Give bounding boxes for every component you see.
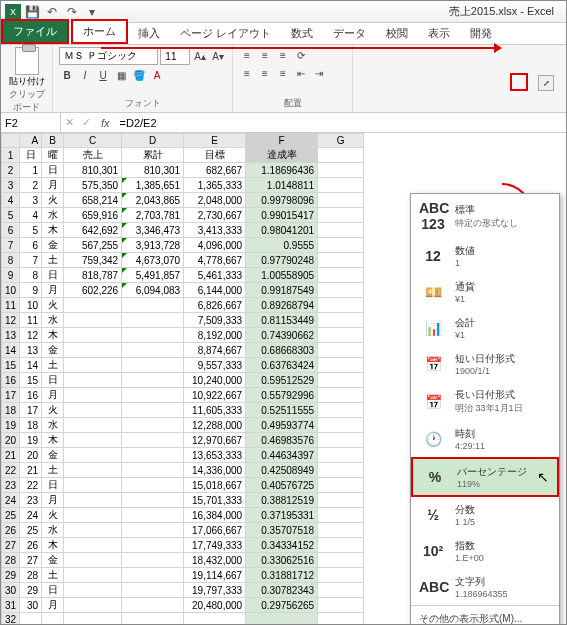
- format-option-通貨[interactable]: 💴 通貨 ¥1: [411, 274, 559, 310]
- table-row[interactable]: 2 1 日 810,301 810,301 682,667 1.18696436: [2, 163, 364, 178]
- col-header-E[interactable]: E: [184, 134, 246, 148]
- col-header-C[interactable]: C: [64, 134, 122, 148]
- tab-view[interactable]: 表示: [418, 23, 460, 44]
- tab-insert[interactable]: 挿入: [128, 23, 170, 44]
- row-header[interactable]: 25: [2, 508, 20, 523]
- border-icon[interactable]: ▦: [113, 67, 129, 83]
- decrease-font-icon[interactable]: A▾: [210, 48, 226, 64]
- row-header[interactable]: 12: [2, 313, 20, 328]
- row-header[interactable]: 22: [2, 463, 20, 478]
- row-header[interactable]: 14: [2, 343, 20, 358]
- row-header[interactable]: 5: [2, 208, 20, 223]
- table-row[interactable]: 26 25 水 17,066,667 0.35707518: [2, 523, 364, 538]
- row-header[interactable]: 1: [2, 148, 20, 163]
- ribbon-expand-button[interactable]: ⤢: [538, 75, 554, 91]
- row-header[interactable]: 9: [2, 268, 20, 283]
- row-header[interactable]: 27: [2, 538, 20, 553]
- bold-icon[interactable]: B: [59, 67, 75, 83]
- align-bottom-icon[interactable]: ≡: [275, 47, 291, 63]
- row-header[interactable]: 17: [2, 388, 20, 403]
- format-option-会計[interactable]: 📊 会計 ¥1: [411, 310, 559, 346]
- row-header[interactable]: 29: [2, 568, 20, 583]
- row-header[interactable]: 10: [2, 283, 20, 298]
- format-option-文字列[interactable]: ABC 文字列 1.186964355: [411, 569, 559, 605]
- col-header-G[interactable]: G: [318, 134, 364, 148]
- row-header[interactable]: 15: [2, 358, 20, 373]
- row-header[interactable]: 13: [2, 328, 20, 343]
- redo-icon[interactable]: ↷: [65, 5, 79, 19]
- format-option-指数[interactable]: 10² 指数 1.E+00: [411, 533, 559, 569]
- row-header[interactable]: 28: [2, 553, 20, 568]
- tab-home[interactable]: ホーム: [71, 19, 128, 44]
- table-row[interactable]: 12 11 水 7,509,333 0.81153449: [2, 313, 364, 328]
- row-header[interactable]: 7: [2, 238, 20, 253]
- table-row[interactable]: 19 18 水 12,288,000 0.49593774: [2, 418, 364, 433]
- table-row[interactable]: 29 28 土 19,114,667 0.31881712: [2, 568, 364, 583]
- name-box[interactable]: F2: [1, 113, 61, 132]
- table-row[interactable]: 22 21 土 14,336,000 0.42508949: [2, 463, 364, 478]
- tab-page-layout[interactable]: ページ レイアウト: [170, 23, 281, 44]
- col-header-B[interactable]: B: [42, 134, 64, 148]
- format-option-長い日付形式[interactable]: 📅 長い日付形式 明治 33年1月1日: [411, 382, 559, 421]
- align-top-icon[interactable]: ≡: [239, 47, 255, 63]
- fx-icon[interactable]: fx: [95, 117, 116, 129]
- format-option-パーセンテージ[interactable]: % パーセンテージ 119% ↖: [411, 457, 559, 497]
- row-header[interactable]: 3: [2, 178, 20, 193]
- save-icon[interactable]: 💾: [25, 5, 39, 19]
- row-header[interactable]: 16: [2, 373, 20, 388]
- table-row[interactable]: 5 4 水 659,916 2,703,781 2,730,667 0.9901…: [2, 208, 364, 223]
- paste-button[interactable]: 貼り付け: [7, 47, 46, 88]
- row-header[interactable]: 31: [2, 598, 20, 613]
- table-row[interactable]: 17 16 月 10,922,667 0.55792996: [2, 388, 364, 403]
- table-row[interactable]: 4 3 火 658,214 2,043,865 2,048,000 0.9979…: [2, 193, 364, 208]
- col-header-D[interactable]: D: [122, 134, 184, 148]
- align-middle-icon[interactable]: ≡: [257, 47, 273, 63]
- table-row[interactable]: 20 19 木 12,970,667 0.46983576: [2, 433, 364, 448]
- table-row[interactable]: 3 2 月 575,350 1,385,651 1,365,333 1.0148…: [2, 178, 364, 193]
- align-right-icon[interactable]: ≡: [275, 65, 291, 81]
- table-row[interactable]: 15 14 土 9,557,333 0.63763424: [2, 358, 364, 373]
- format-option-時刻[interactable]: 🕐 時刻 4:29:11: [411, 421, 559, 457]
- table-row[interactable]: 21 20 金 13,653,333 0.44634397: [2, 448, 364, 463]
- table-row[interactable]: 13 12 木 8,192,000 0.74390662: [2, 328, 364, 343]
- table-row[interactable]: 18 17 火 11,605,333 0.52511555: [2, 403, 364, 418]
- table-row[interactable]: 6 5 木 642,692 3,346,473 3,413,333 0.9804…: [2, 223, 364, 238]
- font-size-select[interactable]: 11: [160, 47, 190, 65]
- table-row[interactable]: 23 22 日 15,018,667 0.40576725: [2, 478, 364, 493]
- format-option-標準[interactable]: ABC 123 標準 特定の形式なし: [411, 194, 559, 238]
- cancel-icon[interactable]: ✕: [61, 116, 78, 129]
- tab-data[interactable]: データ: [323, 23, 376, 44]
- table-row[interactable]: 16 15 日 10,240,000 0.59512529: [2, 373, 364, 388]
- row-header[interactable]: 21: [2, 448, 20, 463]
- format-option-数値[interactable]: 12 数値 1: [411, 238, 559, 274]
- table-row[interactable]: 31 30 月 20,480,000 0.29756265: [2, 598, 364, 613]
- table-row[interactable]: 8 7 土 759,342 4,673,070 4,778,667 0.9779…: [2, 253, 364, 268]
- format-option-分数[interactable]: ½ 分数 1 1/5: [411, 497, 559, 533]
- row-header[interactable]: 18: [2, 403, 20, 418]
- tab-developer[interactable]: 開発: [460, 23, 502, 44]
- table-row[interactable]: 7 6 金 567,255 3,913,728 4,096,000 0.9555: [2, 238, 364, 253]
- italic-icon[interactable]: I: [77, 67, 93, 83]
- row-header[interactable]: 6: [2, 223, 20, 238]
- row-header[interactable]: 11: [2, 298, 20, 313]
- indent-decrease-icon[interactable]: ⇤: [293, 65, 309, 81]
- table-row[interactable]: 14 13 金 8,874,667 0.68668303: [2, 343, 364, 358]
- row-header[interactable]: 23: [2, 478, 20, 493]
- align-center-icon[interactable]: ≡: [257, 65, 273, 81]
- table-row[interactable]: 27 26 木 17,749,333 0.34334152: [2, 538, 364, 553]
- font-name-select[interactable]: ＭＳ Ｐゴシック: [59, 47, 158, 65]
- table-row[interactable]: 11 10 火 6,826,667 0.89268794: [2, 298, 364, 313]
- tab-review[interactable]: 校閲: [376, 23, 418, 44]
- spreadsheet-grid[interactable]: ABCDEFG1 日曜 売上累計 目標達成率 2 1 日 810,301 810…: [1, 133, 566, 624]
- tab-formulas[interactable]: 数式: [281, 23, 323, 44]
- row-header[interactable]: 4: [2, 193, 20, 208]
- table-row[interactable]: 24 23 月 15,701,333 0.38812519: [2, 493, 364, 508]
- undo-icon[interactable]: ↶: [45, 5, 59, 19]
- col-header-A[interactable]: A: [20, 134, 42, 148]
- row-header[interactable]: 20: [2, 433, 20, 448]
- font-color-icon[interactable]: A: [149, 67, 165, 83]
- row-header[interactable]: 19: [2, 418, 20, 433]
- orientation-icon[interactable]: ⟳: [293, 47, 309, 63]
- col-header-F[interactable]: F: [246, 134, 318, 148]
- table-row[interactable]: 30 29 日 19,797,333 0.30782343: [2, 583, 364, 598]
